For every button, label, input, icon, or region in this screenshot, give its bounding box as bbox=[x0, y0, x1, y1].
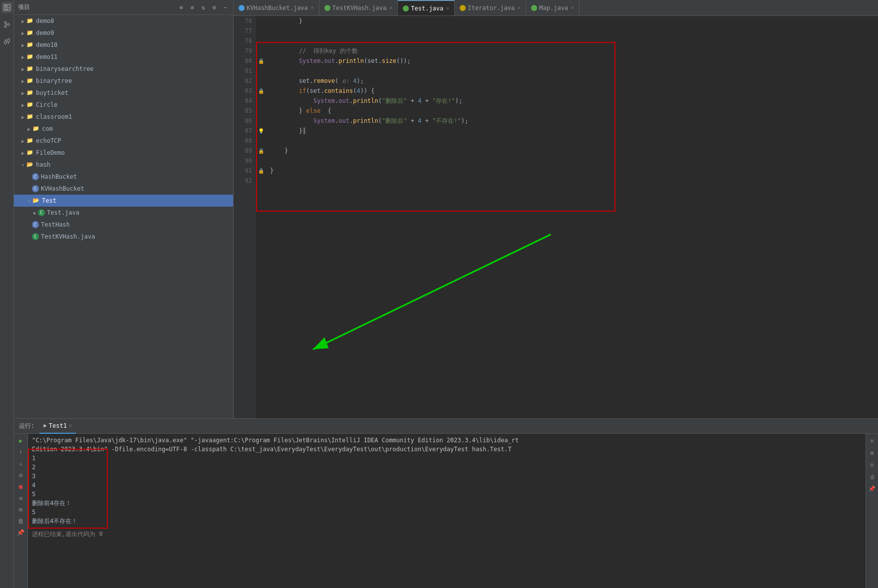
chevron-right-icon: ▶ bbox=[20, 138, 26, 144]
pin-btn[interactable]: 📌 bbox=[16, 528, 26, 538]
bottom-left-controls: ▶ ↑ ↓ ⚙ ■ ≡ ⊞ 🗑 📌 bbox=[14, 434, 28, 588]
svg-rect-3 bbox=[5, 9, 8, 9]
code-line bbox=[270, 66, 874, 76]
sidebar-item-label: demo11 bbox=[36, 53, 57, 60]
chevron-right-icon: ▶ bbox=[20, 30, 26, 36]
sidebar-item-label: KVHashBucket bbox=[41, 185, 84, 192]
sidebar-item-classroom1[interactable]: ▶ 📁 classroom1 bbox=[14, 111, 233, 123]
settings-btn[interactable]: ⚙ bbox=[16, 470, 26, 480]
scroll-up-btn[interactable]: ↑ bbox=[16, 447, 26, 457]
sidebar-item-label: Test bbox=[42, 197, 56, 204]
bottom-tab-close-btn[interactable]: × bbox=[69, 423, 72, 428]
run-button[interactable]: ▶ bbox=[16, 436, 26, 446]
svg-rect-9 bbox=[4, 41, 6, 44]
tab-close-btn[interactable]: × bbox=[311, 5, 314, 10]
rerun-btn[interactable]: ≡ bbox=[16, 493, 26, 503]
sidebar-item-test-folder[interactable]: ▾ 📂 Test bbox=[14, 195, 233, 207]
tab-close-btn[interactable]: × bbox=[389, 5, 392, 10]
tab-iterator[interactable]: Iterator.java × bbox=[455, 0, 526, 16]
tab-close-btn[interactable]: × bbox=[518, 5, 521, 10]
sidebar-item-hashbucket[interactable]: C HashBucket bbox=[14, 171, 233, 183]
code-line: System.out.println(set.size()); bbox=[270, 56, 874, 66]
side-icon-1[interactable]: ≡ bbox=[867, 436, 877, 446]
svg-point-6 bbox=[7, 23, 9, 25]
side-icon-2[interactable]: ⊞ bbox=[867, 448, 877, 458]
sidebar-item-echotcp[interactable]: ▶ 📁 echoTCP bbox=[14, 135, 233, 147]
line-num: 77 bbox=[238, 26, 252, 36]
stop-button[interactable]: ■ bbox=[16, 482, 26, 492]
sidebar-minimize-btn[interactable]: − bbox=[221, 3, 229, 11]
sidebar-item-binarytree[interactable]: ▶ 📁 binarytree bbox=[14, 75, 233, 87]
sidebar-item-binarysearchtree[interactable]: ▶ 📁 binarysearchtree bbox=[14, 63, 233, 75]
sidebar-item-testhash[interactable]: C TestHash bbox=[14, 219, 233, 231]
folder-icon: 📁 bbox=[26, 113, 34, 121]
vcs-btn[interactable] bbox=[1, 19, 12, 30]
side-icon-3[interactable]: ⊟ bbox=[867, 460, 877, 470]
bottom-toolbar: 运行: ▶ Test1 × bbox=[14, 419, 878, 434]
tab-label: KVHashBucket.java bbox=[247, 4, 308, 11]
line-num: 80 bbox=[238, 56, 252, 66]
line-num: 91 bbox=[238, 166, 252, 176]
tab-close-btn[interactable]: × bbox=[446, 5, 449, 11]
sidebar-settings-btn[interactable]: ⚙ bbox=[210, 3, 218, 11]
side-icon-5[interactable]: 📌 bbox=[867, 484, 877, 494]
code-line bbox=[270, 36, 874, 46]
gutter: 🔒 🔒 💡 🔒 🔒 bbox=[256, 16, 266, 418]
layout-btn[interactable]: ⊞ bbox=[16, 505, 26, 515]
sidebar-item-label: demo10 bbox=[36, 41, 57, 48]
plugin-btn[interactable] bbox=[1, 36, 12, 47]
chevron-right-icon: ▶ bbox=[20, 90, 26, 96]
chevron-right-icon: ▶ bbox=[26, 126, 32, 132]
tab-map[interactable]: Map.java × bbox=[526, 0, 580, 16]
sidebar-item-com[interactable]: ▶ 📁 com bbox=[14, 123, 233, 135]
code-line: } bbox=[270, 16, 874, 26]
trash-btn[interactable]: 🗑 bbox=[16, 516, 26, 526]
sidebar-item-demo11[interactable]: ▶ 📁 demo11 bbox=[14, 51, 233, 63]
sidebar-add-btn[interactable]: ⊕ bbox=[177, 3, 185, 11]
project-view-btn[interactable] bbox=[1, 2, 12, 13]
svg-rect-1 bbox=[5, 5, 7, 6]
tab-kvhashbucket[interactable]: KVHashBucket.java × bbox=[234, 0, 319, 16]
folder-icon: 📁 bbox=[26, 41, 34, 49]
tab-close-btn[interactable]: × bbox=[571, 5, 574, 10]
sidebar-layout-btn[interactable]: ≡ bbox=[188, 3, 196, 11]
output-line-before: 删除前4存在！ bbox=[32, 499, 862, 508]
tab-test[interactable]: Test.java × bbox=[398, 0, 455, 16]
code-line: } bbox=[270, 146, 874, 156]
folder-icon: 📁 bbox=[32, 125, 40, 133]
sidebar-item-hash[interactable]: ▾ 📂 hash bbox=[14, 159, 233, 171]
sidebar-sort-btn[interactable]: ⇅ bbox=[199, 3, 207, 11]
sidebar-item-filedemo[interactable]: ▶ 📁 FileDemo bbox=[14, 147, 233, 159]
tab-label: Map.java bbox=[539, 4, 568, 11]
line-num: 76 bbox=[238, 16, 252, 26]
sidebar-item-demo8[interactable]: ▶ 📁 demo8 bbox=[14, 15, 233, 27]
sidebar-item-label: echoTCP bbox=[36, 137, 61, 144]
sidebar-item-buyticket[interactable]: ▶ 📁 buyticket bbox=[14, 87, 233, 99]
class-icon: C bbox=[32, 221, 39, 228]
sidebar-item-kvhashbucket[interactable]: C KVHashBucket bbox=[14, 183, 233, 195]
code-editor[interactable]: 76 77 78 79 80 81 82 83 84 85 86 87 88 8… bbox=[234, 16, 878, 418]
side-icon-4[interactable]: 🖨 bbox=[867, 472, 877, 482]
line-num: 85 bbox=[238, 106, 252, 116]
kvhash-tab-icon bbox=[239, 5, 245, 11]
sidebar-item-testkvhash[interactable]: C TestKVHash.java bbox=[14, 231, 233, 243]
line-num: 88 bbox=[238, 136, 252, 146]
editor-area: KVHashBucket.java × TestKVHash.java × Te… bbox=[234, 0, 878, 418]
sidebar-item-demo10[interactable]: ▶ 📁 demo10 bbox=[14, 39, 233, 51]
java-class-icon: C bbox=[32, 233, 39, 240]
bottom-tab-test1[interactable]: ▶ Test1 × bbox=[39, 419, 76, 434]
folder-icon: 📁 bbox=[26, 101, 34, 109]
folder-icon: 📁 bbox=[26, 17, 34, 25]
sidebar-item-circle[interactable]: ▶ 📁 Circle bbox=[14, 99, 233, 111]
folder-icon: 📁 bbox=[26, 29, 34, 37]
line-num: 90 bbox=[238, 156, 252, 166]
bottom-content: ▶ ↑ ↓ ⚙ ■ ≡ ⊞ 🗑 📌 "C:\Program Files\Java… bbox=[14, 434, 878, 588]
sidebar-tree: ▶ 📁 demo8 ▶ 📁 demo9 ▶ 📁 demo10 bbox=[14, 15, 233, 418]
sidebar-item-test-java[interactable]: ▶ C Test.java bbox=[14, 207, 233, 219]
code-content[interactable]: } // 得到key 的个数 System.out.println(set.si… bbox=[266, 16, 878, 418]
scroll-down-btn[interactable]: ↓ bbox=[16, 459, 26, 469]
sidebar-item-label: binarysearchtree bbox=[36, 65, 94, 72]
sidebar-item-demo9[interactable]: ▶ 📁 demo9 bbox=[14, 27, 233, 39]
tab-testkvhash[interactable]: TestKVHash.java × bbox=[319, 0, 398, 16]
code-line bbox=[270, 26, 874, 36]
